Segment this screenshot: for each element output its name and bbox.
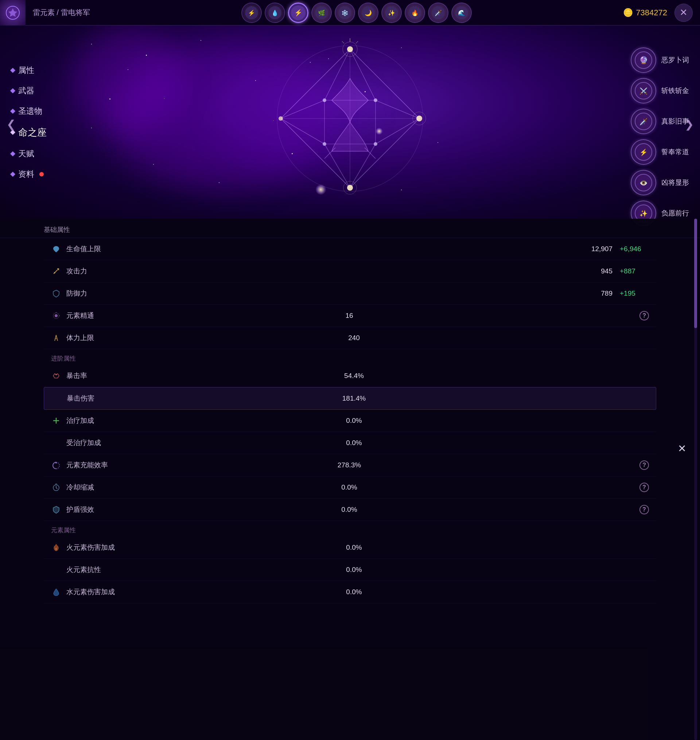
skill-item-1[interactable]: 🔮 恶罗卜词 bbox=[631, 47, 689, 73]
stat-name-incoming-heal: 受治疗加成 bbox=[66, 438, 346, 448]
scrollbar[interactable] bbox=[694, 219, 697, 740]
char-tab-7[interactable]: ✨ bbox=[381, 3, 402, 23]
heal-icon bbox=[51, 416, 61, 426]
stat-name-hp: 生命值上限 bbox=[66, 244, 591, 254]
svg-text:👁️: 👁️ bbox=[640, 179, 648, 187]
hydro-icon bbox=[51, 587, 61, 597]
svg-point-53 bbox=[374, 98, 377, 102]
stat-row-stamina: 体力上限 240 bbox=[44, 327, 656, 349]
nav-item-artifacts[interactable]: 圣遗物 bbox=[11, 103, 69, 120]
svg-text:✨: ✨ bbox=[640, 210, 648, 217]
svg-point-49 bbox=[347, 185, 353, 191]
stamina-icon bbox=[51, 333, 61, 343]
stat-value-cd: 0.0% bbox=[341, 483, 357, 491]
close-button[interactable]: ✕ bbox=[675, 4, 693, 22]
svg-line-23 bbox=[350, 119, 419, 188]
stat-row-em: 元素精通 16 ? bbox=[44, 305, 656, 327]
nav-diamond-icon bbox=[10, 151, 15, 156]
stat-value-pyro-res: 0.0% bbox=[346, 566, 362, 574]
stat-value-crit-dmg: 181.4% bbox=[342, 394, 366, 402]
char-tab-1[interactable]: ⚡ bbox=[241, 3, 262, 23]
skill-label-1: 恶罗卜词 bbox=[661, 56, 689, 65]
help-button-er[interactable]: ? bbox=[640, 460, 649, 470]
skill-label-2: 斩铁斩金 bbox=[661, 86, 689, 95]
gold-amount: 7384272 bbox=[636, 8, 667, 18]
coin-icon: 🪙 bbox=[623, 8, 633, 18]
stat-name-er: 元素充能效率 bbox=[66, 460, 338, 470]
stat-row-heal: 治疗加成 0.0% bbox=[44, 410, 656, 432]
svg-point-55 bbox=[374, 142, 377, 146]
help-button-shield[interactable]: ? bbox=[640, 505, 649, 514]
gold-display: 🪙 7384272 bbox=[616, 8, 675, 18]
skill-label-3: 真影旧事 bbox=[661, 117, 689, 126]
scroll-thumb[interactable] bbox=[694, 219, 697, 328]
char-tab-6[interactable]: 🌙 bbox=[358, 3, 378, 23]
svg-text:🗡️: 🗡️ bbox=[640, 118, 648, 126]
char-tab-4[interactable]: 🌿 bbox=[311, 3, 332, 23]
svg-text:💧: 💧 bbox=[271, 9, 278, 16]
stat-name-atk: 攻击力 bbox=[66, 266, 601, 276]
stat-row-hydro-dmg: 水元素伤害加成 0.0% bbox=[44, 581, 656, 603]
def-icon bbox=[51, 288, 61, 298]
nav-diamond-icon bbox=[10, 68, 15, 72]
skill-item-5[interactable]: 👁️ 凶将显形 bbox=[631, 170, 689, 195]
stat-row-def: 防御力 789 +195 bbox=[44, 282, 656, 305]
svg-point-52 bbox=[323, 98, 326, 102]
svg-line-22 bbox=[350, 49, 419, 119]
help-button-em[interactable]: ? bbox=[640, 311, 649, 320]
nav-item-talents[interactable]: 天赋 bbox=[11, 145, 69, 162]
stat-bonus-hp: +6,946 bbox=[620, 245, 649, 253]
svg-point-42 bbox=[347, 46, 353, 52]
nav-item-profile[interactable]: 资料 bbox=[11, 166, 69, 183]
stat-value-er: 278.3% bbox=[338, 461, 361, 469]
stat-value-hydro-dmg: 0.0% bbox=[346, 588, 362, 596]
skill-item-4[interactable]: ⚡ 誓奉常道 bbox=[631, 139, 689, 165]
er-icon bbox=[51, 460, 61, 470]
stat-value-def: 789 bbox=[601, 289, 613, 298]
crit-rate-icon bbox=[51, 371, 61, 381]
svg-line-25 bbox=[281, 49, 350, 119]
svg-text:✨: ✨ bbox=[388, 9, 395, 16]
svg-point-51 bbox=[278, 116, 283, 120]
char-tab-5[interactable]: ❄️ bbox=[335, 3, 355, 23]
svg-text:🔮: 🔮 bbox=[639, 56, 648, 65]
stat-row-atk: 攻击力 945 +887 bbox=[44, 260, 656, 282]
skill-icon-1: 🔮 bbox=[631, 47, 656, 73]
stat-name-em: 元素精通 bbox=[66, 311, 345, 320]
stat-row-cd: 冷却缩减 0.0% ? bbox=[44, 476, 656, 499]
stat-row-hp: 生命值上限 12,907 +6,946 bbox=[44, 238, 656, 260]
svg-text:🌊: 🌊 bbox=[458, 9, 465, 16]
char-tab-9[interactable]: 🗡️ bbox=[428, 3, 449, 23]
incoming-heal-icon bbox=[51, 438, 61, 448]
stat-name-shield: 护盾强效 bbox=[66, 505, 341, 514]
close-stats-button[interactable]: ✕ bbox=[675, 441, 689, 456]
help-button-cd[interactable]: ? bbox=[640, 483, 649, 492]
arrow-left-button[interactable]: ❮ bbox=[4, 113, 18, 135]
app-logo bbox=[0, 0, 25, 25]
char-tab-8[interactable]: 🔥 bbox=[405, 3, 425, 23]
nav-item-weapon[interactable]: 武器 bbox=[11, 82, 69, 99]
stat-value-hp: 12,907 bbox=[591, 245, 613, 253]
skill-label-5: 凶将显形 bbox=[661, 178, 689, 187]
char-tab-3[interactable]: ⚡ bbox=[288, 3, 309, 23]
stat-row-pyro-dmg: 火元素伤害加成 0.0% bbox=[44, 537, 656, 559]
skill-icon-2: ⚔️ bbox=[631, 78, 656, 104]
stat-row-er: 元素充能效率 278.3% ? bbox=[44, 454, 656, 476]
nav-label-profile: 资料 bbox=[18, 169, 34, 180]
svg-text:🌿: 🌿 bbox=[318, 9, 325, 16]
nav-label-talents: 天赋 bbox=[18, 148, 34, 159]
stat-value-stamina: 240 bbox=[348, 334, 360, 342]
skill-item-2[interactable]: ⚔️ 斩铁斩金 bbox=[631, 78, 689, 104]
stat-value-atk: 945 bbox=[601, 267, 613, 275]
section-advanced-label: 进阶属性 bbox=[51, 354, 76, 363]
stats-header: 基础属性 bbox=[0, 219, 700, 238]
nav-item-constellation[interactable]: 命之座 bbox=[11, 123, 69, 142]
char-tab-10[interactable]: 🌊 bbox=[451, 3, 472, 23]
svg-line-35 bbox=[281, 100, 325, 119]
svg-line-41 bbox=[365, 148, 375, 159]
nav-item-attributes[interactable]: 属性 bbox=[11, 62, 69, 79]
stat-value-crit-rate: 54.4% bbox=[344, 372, 364, 380]
nav-diamond-icon bbox=[10, 171, 15, 176]
char-tab-2[interactable]: 💧 bbox=[265, 3, 285, 23]
skill-item-3[interactable]: 🗡️ 真影旧事 bbox=[631, 109, 689, 134]
